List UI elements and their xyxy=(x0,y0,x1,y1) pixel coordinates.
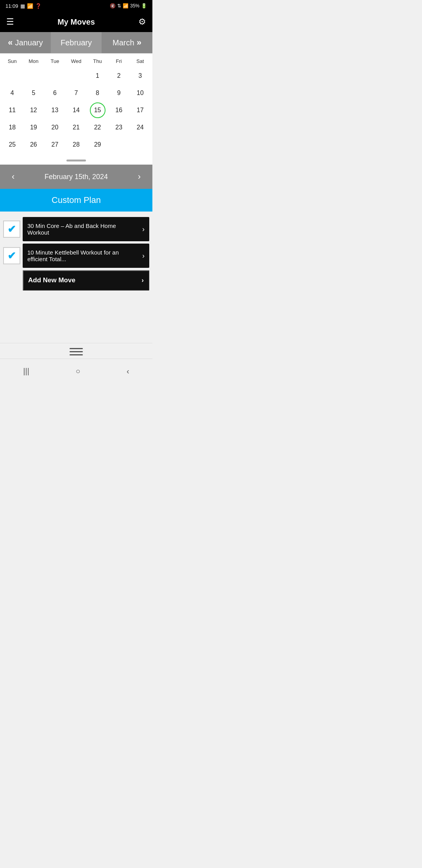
android-back-button[interactable]: ‹ xyxy=(119,364,137,378)
calendar-day[interactable]: 29 xyxy=(93,137,103,152)
workout-checkbox-2[interactable]: ✔ xyxy=(3,247,20,264)
calendar-day-wrapper: 3 xyxy=(129,67,151,84)
add-move-row: Add New Move › xyxy=(23,270,149,291)
calendar-day-wrapper: 2 xyxy=(108,67,130,84)
next-date-button[interactable]: › xyxy=(134,170,145,183)
calendar-day[interactable]: 27 xyxy=(50,137,60,152)
add-new-move-button[interactable]: Add New Move › xyxy=(23,270,149,291)
workout-arrow-icon-2: › xyxy=(142,252,145,260)
calendar-day[interactable]: 23 xyxy=(114,120,124,135)
calendar-day-wrapper xyxy=(108,136,130,153)
calendar-day[interactable]: 8 xyxy=(94,86,101,100)
menu-icon[interactable]: ☰ xyxy=(6,17,14,27)
android-home-button[interactable]: ○ xyxy=(68,364,88,378)
workout-list: ✔ 30 Min Core – Ab and Back Home Workout… xyxy=(0,212,152,296)
android-nav-bar: ||| ○ ‹ xyxy=(0,359,152,382)
calendar-day[interactable]: 22 xyxy=(93,120,103,135)
calendar-day-wrapper: 24 xyxy=(129,119,151,136)
calendar-day[interactable]: 3 xyxy=(137,68,143,83)
calendar-day[interactable]: 15 xyxy=(90,102,106,118)
page-title: My Moves xyxy=(57,18,95,27)
android-recent-button[interactable]: ||| xyxy=(15,364,37,378)
calendar-day-wrapper: 22 xyxy=(87,119,108,136)
status-bar: 11:09 ▦ 📶 ❓ 🔇 ⇅ 📶 35% 🔋 xyxy=(0,0,152,12)
calendar-day[interactable]: 4 xyxy=(9,86,16,100)
calendar-day-wrapper: 26 xyxy=(23,136,45,153)
next-month-label: March xyxy=(113,38,134,47)
calendar-day-wrapper: 23 xyxy=(108,119,130,136)
calendar-day[interactable]: 6 xyxy=(52,86,58,100)
calendar-day-wrapper: 10 xyxy=(129,84,151,102)
custom-plan-button[interactable]: Custom Plan xyxy=(0,189,152,212)
date-navigation: ‹ February 15th, 2024 › xyxy=(0,165,152,189)
calendar-day[interactable]: 10 xyxy=(135,86,145,100)
top-nav: ☰ My Moves ⚙ xyxy=(0,12,152,32)
workout-button-1[interactable]: 30 Min Core – Ab and Back Home Workout › xyxy=(23,217,149,241)
calendar-day-wrapper: 13 xyxy=(44,102,66,119)
calendar-day-wrapper xyxy=(2,67,23,84)
calendar-day[interactable]: 17 xyxy=(135,103,145,118)
calendar-day-wrapper: 20 xyxy=(44,119,66,136)
prev-date-button[interactable]: ‹ xyxy=(8,170,18,183)
calendar-day[interactable]: 25 xyxy=(7,137,17,152)
calendar-day[interactable]: 14 xyxy=(71,103,81,118)
checkmark-icon-2: ✔ xyxy=(7,250,16,262)
calendar: Sun Mon Tue Wed Thu Fri Sat 123456789101… xyxy=(0,54,152,156)
status-time: 11:09 ▦ 📶 ❓ xyxy=(5,3,41,9)
calendar-day-wrapper xyxy=(44,67,66,84)
calendar-day-wrapper: 28 xyxy=(66,136,87,153)
next-month-button[interactable]: March » xyxy=(102,32,152,53)
bottom-section: ‹ February 15th, 2024 › Custom Plan ✔ 30… xyxy=(0,165,152,296)
bottom-menu-bar xyxy=(0,343,152,359)
custom-plan-label: Custom Plan xyxy=(52,195,101,205)
month-navigation: « January February March » xyxy=(0,32,152,54)
calendar-day[interactable]: 5 xyxy=(30,86,37,100)
calendar-day[interactable]: 26 xyxy=(29,137,39,152)
workout-row-2: ✔ 10 Minute Kettlebell Workout for an ef… xyxy=(3,244,149,268)
bottom-hamburger-icon[interactable] xyxy=(70,348,83,355)
calendar-day-wrapper xyxy=(129,136,151,153)
calendar-day-wrapper: 25 xyxy=(2,136,23,153)
calendar-day[interactable]: 18 xyxy=(7,120,17,135)
workout-title-1: 30 Min Core – Ab and Back Home Workout xyxy=(27,222,139,236)
add-move-label: Add New Move xyxy=(28,276,75,284)
settings-icon[interactable]: ⚙ xyxy=(138,17,146,27)
calendar-day[interactable]: 20 xyxy=(50,120,60,135)
calendar-day-wrapper: 9 xyxy=(108,84,130,102)
calendar-day-wrapper: 12 xyxy=(23,102,45,119)
calendar-day[interactable]: 13 xyxy=(50,103,60,118)
workout-button-2[interactable]: 10 Minute Kettlebell Workout for an effi… xyxy=(23,244,149,268)
calendar-day[interactable]: 1 xyxy=(94,68,101,83)
calendar-day[interactable]: 19 xyxy=(29,120,39,135)
drag-handle[interactable] xyxy=(0,156,152,165)
day-headers: Sun Mon Tue Wed Thu Fri Sat xyxy=(2,54,151,67)
calendar-day-wrapper: 15 xyxy=(87,102,108,119)
calendar-day-wrapper: 29 xyxy=(87,136,108,153)
day-header-thu: Thu xyxy=(87,57,108,66)
calendar-day-wrapper: 7 xyxy=(66,84,87,102)
calendar-day xyxy=(53,72,56,80)
calendar-day[interactable]: 7 xyxy=(73,86,80,100)
calendar-day-wrapper: 14 xyxy=(66,102,87,119)
status-icons: 🔇 ⇅ 📶 35% 🔋 xyxy=(110,3,147,9)
calendar-day-wrapper: 21 xyxy=(66,119,87,136)
prev-arrow-icon: « xyxy=(8,38,13,48)
calendar-day[interactable]: 12 xyxy=(29,103,39,118)
content-spacer xyxy=(0,296,152,343)
calendar-day[interactable]: 21 xyxy=(71,120,81,135)
calendar-day-wrapper: 27 xyxy=(44,136,66,153)
prev-month-button[interactable]: « January xyxy=(0,32,51,53)
workout-checkbox-1[interactable]: ✔ xyxy=(3,221,20,238)
calendar-day[interactable]: 24 xyxy=(135,120,145,135)
calendar-day[interactable]: 16 xyxy=(114,103,124,118)
calendar-day[interactable]: 9 xyxy=(116,86,122,100)
calendar-day[interactable]: 11 xyxy=(7,103,17,118)
calendar-day xyxy=(75,72,78,80)
day-header-tue: Tue xyxy=(44,57,66,66)
calendar-day[interactable]: 28 xyxy=(71,137,81,152)
calendar-day-wrapper xyxy=(23,67,45,84)
day-header-wed: Wed xyxy=(66,57,87,66)
calendar-day[interactable]: 2 xyxy=(116,68,122,83)
calendar-day-wrapper: 18 xyxy=(2,119,23,136)
calendar-day-wrapper: 16 xyxy=(108,102,130,119)
